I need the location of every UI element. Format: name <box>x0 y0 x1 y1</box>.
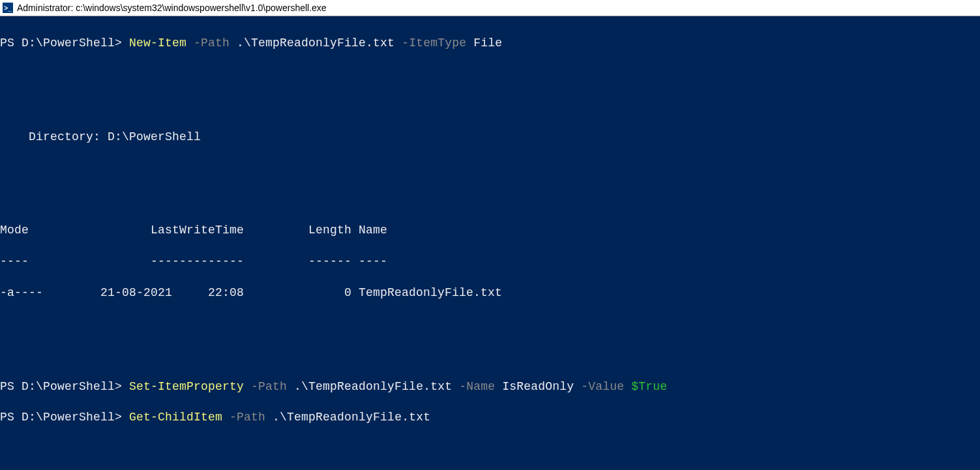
window-title: Administrator: c:\windows\system32\windo… <box>17 3 327 13</box>
command-line-3: PS D:\PowerShell> Get-ChildItem -Path .\… <box>0 410 980 426</box>
param: -Value <box>574 380 624 393</box>
variable: $True <box>624 380 667 393</box>
blank <box>0 98 980 114</box>
table-separator: ---- ------------- ------ ---- <box>0 254 980 270</box>
param: -Path <box>186 37 230 50</box>
cmdlet: New-Item <box>129 37 186 50</box>
table-row: -a---- 21-08-2021 22:08 0 TempReadonlyFi… <box>0 286 980 301</box>
arg: .\TempReadonlyFile.txt <box>265 411 430 424</box>
command-line-1: PS D:\PowerShell> New-Item -Path .\TempR… <box>0 36 980 51</box>
table-header: Mode LastWriteTime Length Name <box>0 223 980 239</box>
param: -Path <box>244 380 287 393</box>
blank <box>0 317 980 332</box>
blank <box>0 160 980 176</box>
param: -ItemType <box>394 37 466 50</box>
blank <box>0 67 980 83</box>
arg: .\TempReadonlyFile.txt <box>230 37 394 50</box>
prompt: PS D:\PowerShell> <box>0 411 129 424</box>
cmdlet: Set-ItemProperty <box>129 380 244 393</box>
blank <box>0 192 980 207</box>
directory-line: Directory: D:\PowerShell <box>0 130 980 145</box>
powershell-icon: >_ <box>3 3 13 13</box>
cmdlet: Get-ChildItem <box>129 411 222 424</box>
param: -Name <box>452 380 495 393</box>
prompt: PS D:\PowerShell> <box>0 37 129 50</box>
window-titlebar[interactable]: >_ Administrator: c:\windows\system32\wi… <box>0 0 980 16</box>
arg: IsReadOnly <box>495 380 574 393</box>
param: -Path <box>222 411 265 424</box>
terminal-body[interactable]: PS D:\PowerShell> New-Item -Path .\TempR… <box>0 16 980 470</box>
prompt: PS D:\PowerShell> <box>0 380 129 393</box>
blank <box>0 441 980 457</box>
blank <box>0 348 980 364</box>
command-line-2: PS D:\PowerShell> Set-ItemProperty -Path… <box>0 379 980 395</box>
arg: .\TempReadonlyFile.txt <box>287 380 452 393</box>
arg: File <box>466 37 502 50</box>
